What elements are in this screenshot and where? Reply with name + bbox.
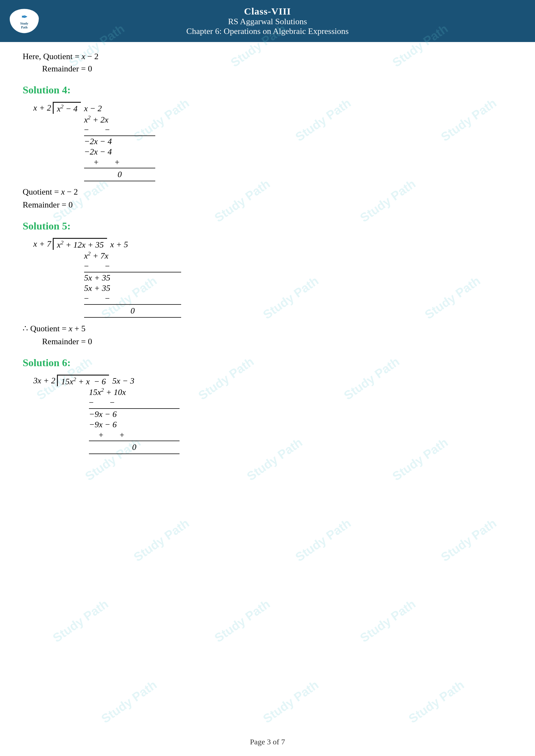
div6-signs2: ++ bbox=[99, 430, 512, 440]
sol4-quotient-result: Quotient = x − 2 bbox=[23, 187, 512, 197]
watermark-19: Study Path bbox=[131, 516, 192, 564]
solution5-division: x + 7 x2 + 12x + 35 x + 5 x2 + 7x −− 5x … bbox=[32, 238, 512, 317]
div4-body: x2 + 2x −− −2x − 4 −2x − 4 ++ 0 bbox=[84, 114, 512, 182]
div5-sep1 bbox=[84, 272, 181, 273]
div6-quotient: 5x − 3 bbox=[109, 375, 135, 386]
sol4-remainder-result: Remainder = 0 bbox=[23, 200, 512, 210]
division4-table: x + 2 x2 − 4 x − 2 bbox=[32, 102, 103, 114]
watermark-26: Study Path bbox=[261, 678, 321, 726]
div6-step2: −9x − 6 bbox=[89, 410, 512, 419]
div6-step3: −9x − 6 bbox=[89, 420, 512, 430]
div5-step2: 5x + 35 bbox=[84, 273, 512, 283]
div4-result: 0 bbox=[84, 169, 155, 180]
intro-quotient: Here, Quotient = x − 2 bbox=[23, 52, 512, 62]
sol5-quotient-result: ∴ Quotient = x + 5 bbox=[23, 324, 512, 334]
div4-quotient: x − 2 bbox=[81, 102, 103, 114]
solution5-header: Solution 5: bbox=[23, 220, 512, 232]
header-class: Class-VIII bbox=[3, 6, 532, 17]
div5-step3: 5x + 35 bbox=[84, 284, 512, 293]
solution4-division: x + 2 x2 − 4 x − 2 x2 + 2x −− −2x − 4 bbox=[32, 102, 512, 181]
div5-sep2 bbox=[84, 304, 181, 305]
page-header: ✒ StudyPath Class-VIII RS Aggarwal Solut… bbox=[0, 0, 535, 42]
division6-table: 3x + 2 15x2 + x − 6 5x − 3 bbox=[32, 375, 135, 387]
div6-sep2 bbox=[89, 441, 180, 441]
watermark-24: Study Path bbox=[358, 597, 418, 645]
div4-sep1 bbox=[84, 135, 155, 136]
watermark-27: Study Path bbox=[406, 678, 467, 726]
div6-dividend: 15x2 + x − 6 bbox=[58, 375, 109, 386]
div6-result: 0 bbox=[89, 442, 180, 453]
div6-body: 15x2 + 10x −− −9x − 6 −9x − 6 ++ 0 bbox=[89, 387, 512, 454]
div6-step1: 15x2 + 10x bbox=[89, 387, 512, 397]
div6-signs1: −− bbox=[89, 398, 512, 408]
page-footer: Page 3 of 7 bbox=[0, 738, 535, 746]
div4-signs2: ++ bbox=[94, 157, 512, 167]
div4-signs1: −− bbox=[84, 125, 512, 135]
intro-remainder: Remainder = 0 bbox=[42, 64, 512, 74]
div5-quotient: x + 5 bbox=[107, 238, 129, 250]
div5-sep3 bbox=[84, 317, 181, 318]
div4-sep2 bbox=[84, 168, 155, 168]
div4-step1: x2 + 2x bbox=[84, 114, 512, 125]
div4-divisor: x + 2 bbox=[32, 102, 53, 114]
div5-divisor: x + 7 bbox=[32, 238, 53, 250]
div6-sep3 bbox=[89, 453, 180, 454]
page-content: Here, Quotient = x − 2 Remainder = 0 Sol… bbox=[0, 42, 535, 470]
page-number: Page 3 of 7 bbox=[250, 738, 285, 746]
solution6-division: 3x + 2 15x2 + x − 6 5x − 3 15x2 + 10x −−… bbox=[32, 375, 512, 454]
div4-sep3 bbox=[84, 181, 155, 181]
watermark-23: Study Path bbox=[212, 597, 273, 645]
div6-divisor: 3x + 2 bbox=[32, 375, 58, 386]
div5-signs1: −− bbox=[84, 261, 512, 271]
logo-text: StudyPath bbox=[20, 21, 28, 29]
solution4-header: Solution 4: bbox=[23, 84, 512, 96]
header-subtitle: RS Aggarwal Solutions bbox=[3, 17, 532, 26]
div4-dividend: x2 − 4 bbox=[53, 102, 81, 114]
div5-dividend: x2 + 12x + 35 bbox=[53, 238, 107, 250]
solution6-header: Solution 6: bbox=[23, 357, 512, 369]
header-chapter: Chapter 6: Operations on Algebraic Expre… bbox=[3, 26, 532, 36]
div4-step3: −2x − 4 bbox=[84, 147, 512, 157]
sol5-remainder-result: Remainder = 0 bbox=[42, 337, 512, 346]
div6-sep1 bbox=[89, 408, 180, 409]
watermark-25: Study Path bbox=[99, 678, 159, 726]
watermark-21: Study Path bbox=[438, 516, 499, 564]
div5-body: x2 + 7x −− 5x + 35 5x + 35 −− 0 bbox=[84, 251, 512, 318]
div4-step2: −2x − 4 bbox=[84, 137, 512, 147]
watermark-22: Study Path bbox=[50, 597, 111, 645]
division5-table: x + 7 x2 + 12x + 35 x + 5 bbox=[32, 238, 129, 250]
div5-signs2: −− bbox=[84, 294, 512, 304]
watermark-20: Study Path bbox=[293, 516, 353, 564]
div5-step1: x2 + 7x bbox=[84, 251, 512, 261]
div5-result: 0 bbox=[84, 306, 181, 316]
